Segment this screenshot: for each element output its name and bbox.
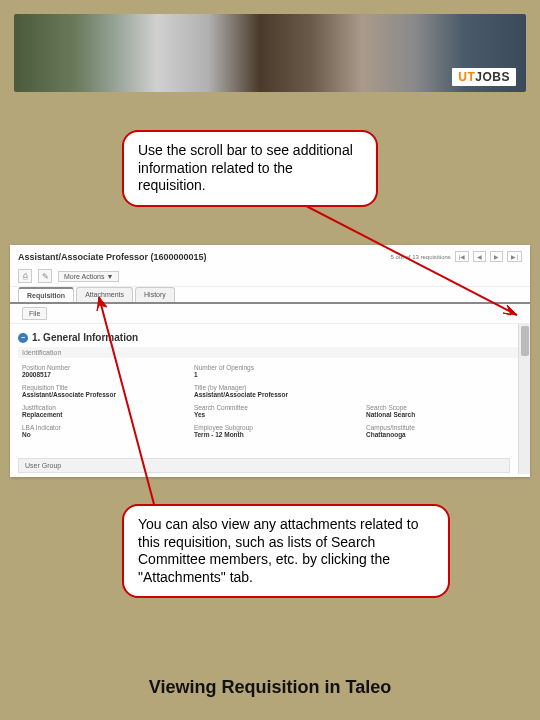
subtabs: File — [10, 304, 530, 324]
section-general-information: − 1. General Information — [18, 332, 522, 343]
field-justification: Justification Replacement — [22, 404, 174, 418]
field-lba: LBA Indicator No — [22, 424, 174, 438]
subsection-user-group: User Group — [18, 458, 510, 473]
subsection-identification: Identification — [18, 347, 522, 358]
field-search-committee: Search Committee Yes — [194, 404, 346, 418]
edit-icon[interactable]: ✎ — [38, 269, 52, 283]
pager-prev-button[interactable]: ◀ — [473, 251, 486, 262]
callout-attachments: You can also view any attachments relate… — [122, 504, 450, 598]
pager-next-button[interactable]: ▶ — [490, 251, 503, 262]
subtab-file[interactable]: File — [22, 307, 47, 320]
scrollbar-thumb[interactable] — [521, 326, 529, 356]
more-actions-dropdown[interactable]: More Actions ▼ — [58, 271, 119, 282]
section-label: 1. General Information — [32, 332, 138, 343]
collapse-icon[interactable]: − — [18, 333, 28, 343]
field-req-title: Requisition Title Assistant/Associate Pr… — [22, 384, 174, 398]
toolbar: ⎙ ✎ More Actions ▼ — [10, 266, 530, 287]
field-openings: Number of Openings 1 — [194, 364, 346, 378]
tab-history[interactable]: History — [135, 287, 175, 302]
taleo-screenshot: Assistant/Associate Professor (160000001… — [10, 245, 530, 477]
tabs: Requisition Attachments History — [10, 287, 530, 304]
field-search-scope: Search Scope National Search — [366, 404, 518, 418]
tab-requisition[interactable]: Requisition — [18, 287, 74, 302]
pager-text: 5 out of 13 requisitions — [391, 254, 451, 260]
field-grid: Position Number 20008517 Number of Openi… — [18, 364, 522, 442]
field-campus: Campus/Institute Chattanooga — [366, 424, 518, 438]
header-banner: UTJOBS — [14, 14, 526, 92]
pager: 5 out of 13 requisitions |◀ ◀ ▶ ▶| — [391, 251, 523, 262]
pager-last-button[interactable]: ▶| — [507, 251, 522, 262]
logo-prefix: UT — [458, 70, 475, 84]
field-subgroup: Employee Subgroup Term - 12 Month — [194, 424, 346, 438]
tab-attachments[interactable]: Attachments — [76, 287, 133, 302]
logo-suffix: JOBS — [475, 70, 510, 84]
field-position-number: Position Number 20008517 — [22, 364, 174, 378]
callout-text: Use the scroll bar to see additional inf… — [138, 142, 353, 193]
field-title-by: Title (by Manager) Assistant/Associate P… — [194, 384, 346, 398]
pager-first-button[interactable]: |◀ — [455, 251, 470, 262]
page-title: Viewing Requisition in Taleo — [0, 677, 540, 698]
content-area: − 1. General Information Identification … — [10, 324, 530, 474]
requisition-header: Assistant/Associate Professor (160000001… — [10, 245, 530, 266]
requisition-title: Assistant/Associate Professor (160000001… — [18, 252, 207, 262]
scrollbar[interactable] — [518, 324, 530, 474]
callout-scrollbar: Use the scroll bar to see additional inf… — [122, 130, 378, 207]
print-icon[interactable]: ⎙ — [18, 269, 32, 283]
utjobs-logo: UTJOBS — [452, 68, 516, 86]
callout-text: You can also view any attachments relate… — [138, 516, 418, 585]
